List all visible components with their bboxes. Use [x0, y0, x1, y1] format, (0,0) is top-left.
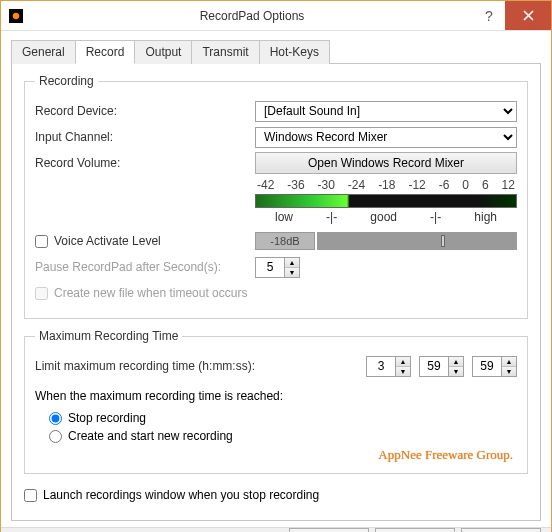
voice-activate-label: Voice Activate Level	[54, 234, 161, 248]
window-buttons: ?	[473, 1, 551, 30]
titlebar: RecordPad Options ?	[1, 1, 551, 31]
tab-strip: General Record Output Transmit Hot-Keys	[11, 40, 541, 64]
options-window: RecordPad Options ? General Record Outpu…	[0, 0, 552, 532]
stop-recording-label: Stop recording	[68, 411, 146, 425]
tab-output[interactable]: Output	[134, 40, 192, 64]
new-recording-radio[interactable]	[49, 430, 62, 443]
meter-zone-labels: low -|- good -|- high	[255, 210, 517, 224]
tab-record[interactable]: Record	[75, 40, 136, 64]
stop-recording-radio[interactable]	[49, 412, 62, 425]
hours-spinner[interactable]: ▲▼	[366, 356, 411, 377]
record-device-select[interactable]: [Default Sound In]	[255, 101, 517, 122]
tab-transmit[interactable]: Transmit	[191, 40, 259, 64]
newfile-timeout-label: Create new file when timeout occurs	[54, 286, 247, 300]
hours-input[interactable]	[367, 357, 395, 376]
spin-down-icon[interactable]: ▼	[502, 367, 516, 376]
close-icon	[523, 10, 534, 21]
window-title: RecordPad Options	[31, 9, 473, 23]
spin-down-icon[interactable]: ▼	[396, 367, 410, 376]
spin-up-icon[interactable]: ▲	[502, 357, 516, 367]
minutes-spinner[interactable]: ▲▼	[419, 356, 464, 377]
limit-time-label: Limit maximum recording time (h:mm:ss):	[35, 359, 315, 373]
maxtime-group: Maximum Recording Time Limit maximum rec…	[24, 329, 528, 474]
recording-legend: Recording	[35, 74, 98, 88]
meter-bar	[255, 194, 517, 208]
help-button-icon[interactable]: ?	[473, 1, 505, 30]
launch-window-label: Launch recordings window when you stop r…	[43, 488, 319, 502]
pause-after-spinner[interactable]: ▲ ▼	[255, 257, 300, 278]
input-channel-select[interactable]: Windows Record Mixer	[255, 127, 517, 148]
recording-group: Recording Record Device: [Default Sound …	[24, 74, 528, 319]
meter-ticks: -42 -36 -30 -24 -18 -12 -6 0 6 12	[255, 178, 517, 192]
new-recording-label: Create and start new recording	[68, 429, 233, 443]
ok-button[interactable]: OK	[289, 528, 369, 532]
watermark-text: AppNee Freeware Group.	[35, 447, 517, 463]
app-icon	[9, 9, 23, 23]
maxtime-legend: Maximum Recording Time	[35, 329, 182, 343]
spin-up-icon[interactable]: ▲	[396, 357, 410, 367]
voice-activate-checkbox[interactable]	[35, 235, 48, 248]
content-area: General Record Output Transmit Hot-Keys …	[1, 31, 551, 521]
slider-thumb[interactable]	[441, 235, 445, 247]
pause-after-input[interactable]	[256, 258, 284, 277]
pause-after-label: Pause RecordPad after Second(s):	[35, 260, 255, 274]
voice-activate-slider[interactable]: -18dB	[255, 232, 517, 250]
tab-body: Recording Record Device: [Default Sound …	[11, 63, 541, 521]
spin-down-icon[interactable]: ▼	[285, 268, 299, 277]
launch-window-checkbox[interactable]	[24, 489, 37, 502]
input-channel-label: Input Channel:	[35, 130, 255, 144]
spin-up-icon[interactable]: ▲	[449, 357, 463, 367]
close-button[interactable]	[505, 1, 551, 30]
slider-track[interactable]	[317, 232, 517, 250]
voice-activate-value: -18dB	[255, 232, 315, 250]
spin-up-icon[interactable]: ▲	[285, 258, 299, 268]
open-mixer-button[interactable]: Open Windows Record Mixer	[255, 152, 517, 174]
help-button[interactable]: Help	[461, 528, 541, 532]
spin-down-icon[interactable]: ▼	[449, 367, 463, 376]
tab-general[interactable]: General	[11, 40, 76, 64]
newfile-timeout-checkbox	[35, 287, 48, 300]
seconds-spinner[interactable]: ▲▼	[472, 356, 517, 377]
minutes-input[interactable]	[420, 357, 448, 376]
record-volume-label: Record Volume:	[35, 156, 255, 170]
dialog-buttons: OK Cancel Help	[1, 527, 551, 532]
cancel-button[interactable]: Cancel	[375, 528, 455, 532]
tab-hotkeys[interactable]: Hot-Keys	[259, 40, 330, 64]
seconds-input[interactable]	[473, 357, 501, 376]
level-meter: -42 -36 -30 -24 -18 -12 -6 0 6 12	[255, 178, 517, 224]
record-device-label: Record Device:	[35, 104, 255, 118]
reached-label: When the maximum recording time is reach…	[35, 389, 283, 403]
